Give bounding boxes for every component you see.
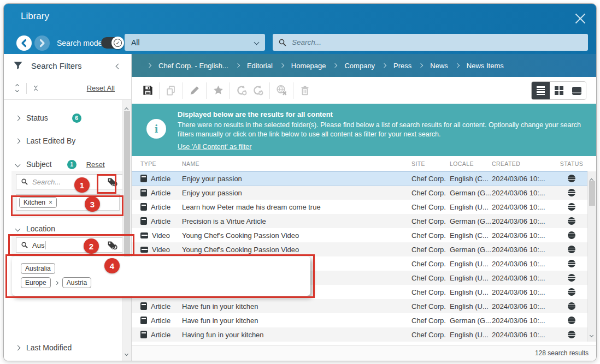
search-mode-toggle[interactable]: ✓ xyxy=(101,37,123,49)
breadcrumb-item[interactable]: Editorial xyxy=(247,62,273,70)
refresh-workflow-button[interactable] xyxy=(233,82,250,99)
reset-all-link[interactable]: Reset All xyxy=(87,84,115,92)
subject-chip[interactable]: Kitchen × xyxy=(19,197,57,208)
browse-tags-icon[interactable] xyxy=(107,240,118,251)
view-grid-button[interactable] xyxy=(550,82,568,99)
col-site[interactable]: SITE xyxy=(411,160,450,167)
search-input[interactable] xyxy=(291,38,583,47)
table-row[interactable]: Article Enjoy your passion Chef Corp. Ge… xyxy=(132,186,587,200)
type-icon xyxy=(140,247,148,253)
table-row[interactable]: Article Have fun in your kitchen Chef Co… xyxy=(132,313,587,327)
filter-section-last-edited-by[interactable]: Last Edited By xyxy=(4,133,122,148)
status-icon xyxy=(568,203,575,211)
breadcrumb-item[interactable]: Chef Corp. - English... xyxy=(158,62,228,70)
edit-button[interactable] xyxy=(186,82,203,99)
location-search-field[interactable]: Aus xyxy=(16,237,122,253)
results-scrollbar[interactable] xyxy=(587,171,596,342)
forward-button[interactable] xyxy=(34,35,50,51)
cell-site: Chef Corp. xyxy=(411,302,450,311)
scrollbar-thumb[interactable] xyxy=(124,111,130,261)
table-row[interactable]: Video Young Chef's Cooking Passion Video… xyxy=(132,228,587,242)
filter-section-published[interactable]: Published xyxy=(4,360,122,361)
col-name[interactable]: NAME xyxy=(182,160,411,167)
col-type[interactable]: TYPE xyxy=(140,160,182,167)
table-row[interactable]: Article Precision is a Virtue Article Ch… xyxy=(132,214,587,228)
scope-dropdown[interactable]: All xyxy=(125,34,265,51)
type-icon xyxy=(140,317,147,324)
favorite-button[interactable] xyxy=(210,82,226,99)
library-dialog: Library Search mode ✓ All xyxy=(3,3,597,361)
chevron-right-icon xyxy=(280,63,284,68)
cell-created: 2024/03/06 10:... xyxy=(492,274,556,282)
filters-title: Search Filters xyxy=(31,61,82,70)
subject-search-field[interactable]: Search... xyxy=(16,174,122,189)
banner-title: Displayed below are the results for all … xyxy=(178,110,587,118)
callout-2: 2 xyxy=(84,238,99,254)
scroll-down-icon[interactable] xyxy=(590,329,593,339)
filters-header: Search Filters xyxy=(4,54,131,77)
scroll-down-icon[interactable] xyxy=(125,348,128,357)
cell-type-label: Video xyxy=(152,231,170,240)
cell-name: Have fun in your kitchen xyxy=(182,302,411,311)
sidebar-scrollbar[interactable] xyxy=(122,100,131,361)
close-icon[interactable] xyxy=(572,10,589,27)
filter-section-last-modified[interactable]: Last Modified xyxy=(4,340,122,355)
filter-section-subject[interactable]: Subject 1 Reset xyxy=(4,157,122,172)
table-row[interactable]: Article Having fun in your kitchen Chef … xyxy=(132,327,587,342)
view-card-button[interactable] xyxy=(568,82,586,99)
globe-remove-button[interactable] xyxy=(273,82,290,99)
suggestion-australia[interactable]: Australia xyxy=(21,263,55,274)
breadcrumb-item[interactable]: Press xyxy=(393,62,411,70)
cell-site: Chef Corp. xyxy=(411,189,450,197)
breadcrumb-item[interactable]: News xyxy=(430,62,448,70)
cell-site: Chef Corp. xyxy=(411,288,450,296)
all-content-filter-link[interactable]: Use 'All Content' as filter xyxy=(178,143,251,151)
view-list-button[interactable] xyxy=(532,82,550,99)
subject-search-placeholder: Search... xyxy=(32,178,107,186)
table-row[interactable]: Video Young Chef's Cooking Passion Video… xyxy=(132,242,587,256)
col-created[interactable]: CREATED xyxy=(492,160,556,167)
cell-type-label: Article xyxy=(151,189,170,197)
suggestion-austria[interactable]: Austria xyxy=(62,277,91,288)
chip-remove-icon[interactable]: × xyxy=(49,199,52,206)
cell-type-label: Article xyxy=(151,317,170,325)
subject-reset-link[interactable]: Reset xyxy=(86,160,105,169)
collapse-all-icon[interactable] xyxy=(31,85,40,92)
delete-button[interactable] xyxy=(297,82,313,99)
filters-list: Status 6 Last Edited By Subject 1 Reset xyxy=(4,100,122,361)
cell-type-label: Article xyxy=(151,302,170,311)
type-icon xyxy=(140,203,147,211)
location-filter-body: Aus xyxy=(11,234,122,257)
cell-locale: English (U... xyxy=(450,288,492,296)
col-status[interactable]: STATUS xyxy=(560,160,583,167)
collapse-panel-icon[interactable] xyxy=(114,58,122,73)
callout-4: 4 xyxy=(104,258,120,273)
breadcrumb-item[interactable]: Homepage xyxy=(291,62,326,70)
status-icon xyxy=(568,274,575,282)
cell-site: Chef Corp. xyxy=(411,231,450,240)
expand-all-icon[interactable] xyxy=(13,85,22,92)
type-icon xyxy=(140,189,147,196)
table-row[interactable]: Article Learn how Peter made his dream c… xyxy=(132,200,587,214)
filter-section-status[interactable]: Status 6 xyxy=(4,110,122,126)
chevron-down-icon xyxy=(254,40,260,45)
cell-locale: German (G... xyxy=(450,317,492,325)
cell-created: 2024/03/06 10:... xyxy=(492,260,556,268)
breadcrumb-item[interactable]: News Items xyxy=(467,62,504,70)
cell-locale: English (C... xyxy=(450,231,492,240)
table-row[interactable]: Article Have fun in your kitchen Chef Co… xyxy=(132,299,587,313)
filters-toolbar: Reset All xyxy=(4,77,131,100)
suggestion-europe[interactable]: Europe xyxy=(21,277,51,288)
table-row[interactable]: Article Enjoy your passion Chef Corp. En… xyxy=(132,171,587,186)
save-button[interactable] xyxy=(139,82,156,99)
cell-site: Chef Corp. xyxy=(411,274,450,282)
col-locale[interactable]: LOCALE xyxy=(450,160,492,167)
back-button[interactable] xyxy=(16,35,32,51)
browse-tags-icon[interactable] xyxy=(107,176,118,188)
chevron-right-icon xyxy=(382,63,386,68)
refresh-schedule-button[interactable] xyxy=(250,82,266,99)
scrollbar-thumb[interactable] xyxy=(589,181,595,206)
breadcrumb-item[interactable]: Company xyxy=(344,62,375,70)
global-search xyxy=(273,34,588,51)
duplicate-button[interactable] xyxy=(163,82,179,99)
